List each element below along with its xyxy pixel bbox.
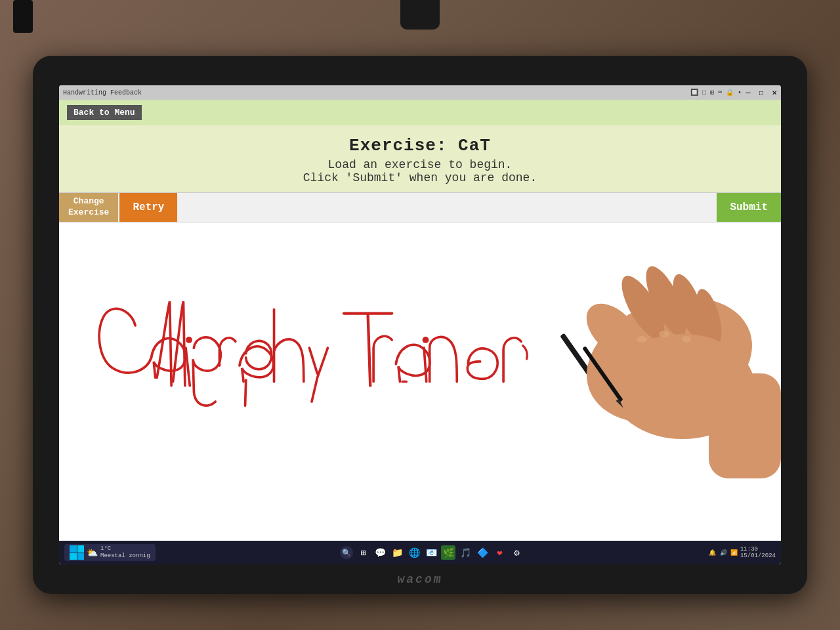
exercise-instruction: Click 'Submit' when you are done. xyxy=(72,171,768,184)
submit-button[interactable]: Submit xyxy=(717,193,781,222)
app-content: Back to Menu Exercise: CaT Load an exerc… xyxy=(59,100,781,541)
chat-icon[interactable]: 💬 xyxy=(373,545,387,560)
close-button[interactable]: ✕ xyxy=(768,85,781,100)
maximize-button[interactable]: □ xyxy=(755,85,768,100)
weather-widget[interactable]: ⛅ 1°C Meestal zonnig xyxy=(64,544,156,561)
title-bar: Handwriting Feedback 🔲 □ ⊞ ⌨ 🔒 • ─ □ ✕ xyxy=(59,85,781,100)
cable-connector xyxy=(400,0,440,30)
svg-point-1 xyxy=(423,337,429,343)
exercise-subtitle: Load an exercise to begin. xyxy=(72,158,768,171)
app5-icon[interactable]: ⚙️ xyxy=(509,545,524,560)
exercise-title: Exercise: CaT xyxy=(72,136,768,156)
mail-icon[interactable]: 📧 xyxy=(424,545,438,560)
taskbar-center: 🔍 ⊞ 💬 📁 🌐 📧 🌿 🎵 🔷 ❤️ ⚙️ xyxy=(340,545,524,560)
system-tray: 🔔 🔊 📶 xyxy=(709,549,738,556)
clock: 11:3015/01/2024 xyxy=(740,546,776,559)
cable-left xyxy=(13,0,33,33)
toolbar: ChangeExercise Retry Submit xyxy=(59,192,781,222)
app3-icon[interactable]: 🔷 xyxy=(475,545,490,560)
header-area: Exercise: CaT Load an exercise to begin.… xyxy=(59,125,781,192)
title-bar-icons: 🔲 □ ⊞ ⌨ 🔒 • xyxy=(690,89,742,96)
chrome-icon[interactable]: 🌐 xyxy=(407,545,421,560)
file-explorer-icon[interactable]: 📁 xyxy=(390,545,404,560)
widgets-icon[interactable]: ⊞ xyxy=(356,545,370,560)
app1-icon[interactable]: 🌿 xyxy=(441,545,455,560)
app4-icon[interactable]: ❤️ xyxy=(492,545,507,560)
weather-icon: ⛅ xyxy=(87,547,98,558)
taskbar: ⛅ 1°C Meestal zonnig 🔍 ⊞ 💬 📁 🌐 📧 🌿 xyxy=(59,541,781,564)
retry-button[interactable]: Retry xyxy=(119,193,177,222)
taskbar-right: 🔔 🔊 📶 11:3015/01/2024 xyxy=(709,546,776,559)
handwriting-canvas xyxy=(59,222,781,541)
taskbar-left: ⛅ 1°C Meestal zonnig xyxy=(64,544,156,561)
svg-point-0 xyxy=(186,337,192,343)
windows-logo[interactable] xyxy=(70,545,84,560)
back-to-menu-button[interactable]: Back to Menu xyxy=(67,105,142,120)
title-bar-controls[interactable]: ─ □ ✕ xyxy=(742,85,781,100)
top-bar: Back to Menu xyxy=(59,100,781,125)
weather-text: 1°C Meestal zonnig xyxy=(100,545,150,560)
window-title: Handwriting Feedback xyxy=(63,89,142,96)
minimize-button[interactable]: ─ xyxy=(742,85,755,100)
change-exercise-button[interactable]: ChangeExercise xyxy=(59,193,118,222)
search-taskbar-icon[interactable]: 🔍 xyxy=(340,546,353,559)
canvas-area[interactable] xyxy=(59,222,781,541)
app2-icon[interactable]: 🎵 xyxy=(458,545,472,560)
wacom-label: wacom xyxy=(397,573,442,586)
